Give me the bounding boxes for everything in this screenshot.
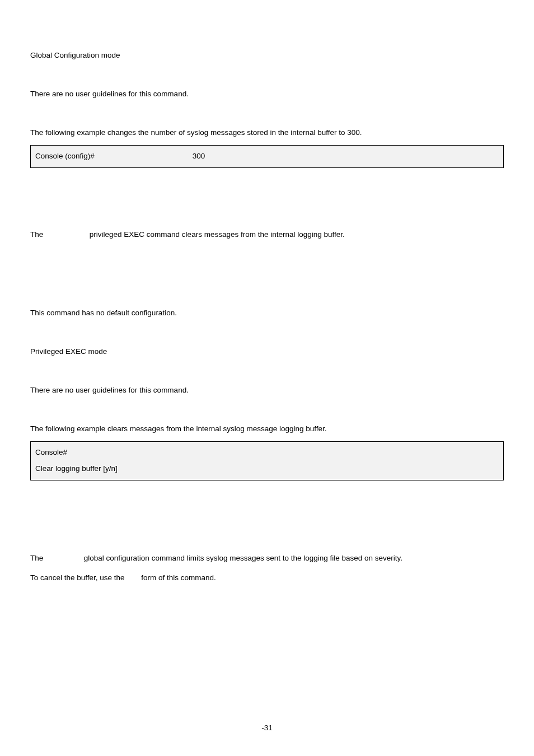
guidelines-text-2: There are no user guidelines for this co… bbox=[30, 385, 504, 396]
example-block-2: The following example clears messages fr… bbox=[30, 424, 504, 480]
command-mode-block-2: Privileged EXEC mode bbox=[30, 347, 504, 357]
page-number: -31 bbox=[261, 724, 273, 732]
mode-text: Global Configuration mode bbox=[30, 50, 504, 61]
desc3-line2-pre: To cancel the buffer, use the bbox=[30, 573, 125, 582]
desc3-pre: The bbox=[30, 554, 43, 562]
code-text-2: Clear logging buffer [y/n] bbox=[35, 464, 118, 474]
mode-text-2: Privileged EXEC mode bbox=[30, 347, 504, 357]
user-guidelines-block-2: There are no user guidelines for this co… bbox=[30, 385, 504, 396]
code-text-1: Console# bbox=[35, 447, 67, 458]
code-line-1: Console# bbox=[35, 447, 499, 458]
default-config-text: This command has no default configuratio… bbox=[30, 308, 504, 319]
desc-pre: The bbox=[30, 230, 43, 239]
code-prompt: Console (config)# bbox=[35, 151, 95, 162]
vspace bbox=[30, 246, 504, 308]
code-box-2: Console# Clear logging buffer [y/n] bbox=[30, 441, 504, 480]
description-line: The privileged EXEC command clears messa… bbox=[30, 230, 504, 240]
desc3-line1: The global configuration command limits … bbox=[30, 553, 504, 564]
vspace bbox=[30, 480, 504, 553]
guidelines-text: There are no user guidelines for this co… bbox=[30, 89, 504, 100]
default-config-block: This command has no default configuratio… bbox=[30, 308, 504, 319]
example-block: The following example changes the number… bbox=[30, 128, 504, 168]
code-line-2: Clear logging buffer [y/n] bbox=[35, 464, 499, 474]
user-guidelines-block: There are no user guidelines for this co… bbox=[30, 89, 504, 100]
desc3-rest: global configuration command limits sysl… bbox=[84, 554, 402, 562]
page-footer: -31 bbox=[0, 723, 534, 734]
desc-rest: privileged EXEC command clears messages … bbox=[90, 230, 345, 239]
vspace bbox=[30, 168, 504, 230]
command-mode-block: Global Configuration mode bbox=[30, 50, 504, 61]
page-content: Global Configuration mode There are no u… bbox=[0, 0, 534, 584]
code-value: 300 bbox=[193, 151, 205, 162]
example-intro-2: The following example clears messages fr… bbox=[30, 424, 504, 435]
desc3-line2-rest: form of this command. bbox=[141, 573, 216, 582]
command-description-block: The privileged EXEC command clears messa… bbox=[30, 230, 504, 240]
code-box: Console (config)# 300 bbox=[30, 145, 504, 168]
code-line: Console (config)# 300 bbox=[35, 151, 499, 162]
command-description-block-3: The global configuration command limits … bbox=[30, 553, 504, 584]
desc3-line2: To cancel the buffer, use the form of th… bbox=[30, 573, 504, 584]
example-intro: The following example changes the number… bbox=[30, 128, 504, 138]
